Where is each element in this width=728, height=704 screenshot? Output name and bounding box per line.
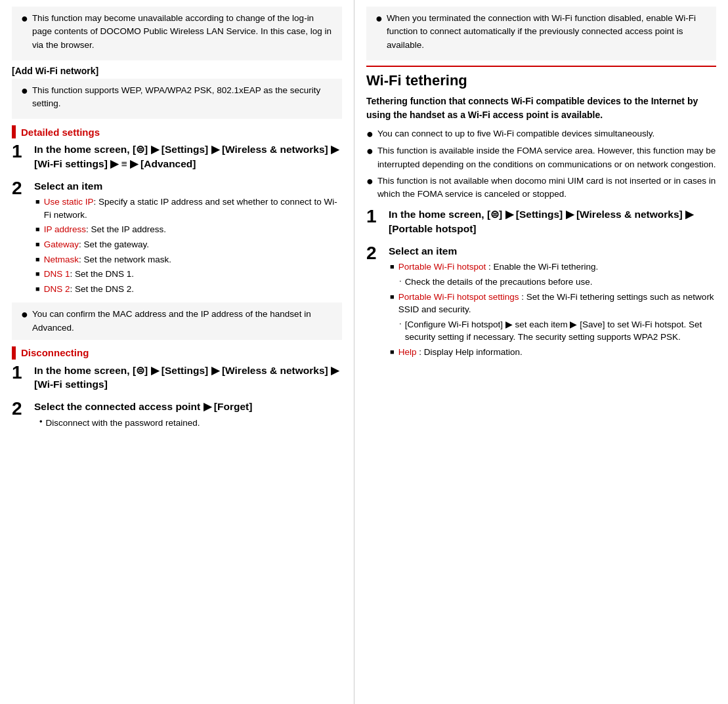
square-icon: ■ — [35, 270, 40, 278]
wifi-bullet-3: ● This function is not available when do… — [366, 175, 716, 201]
tether-sub-label-0: Portable Wi-Fi hotspot — [398, 262, 486, 272]
bullet-icon: ● — [375, 12, 383, 26]
disc-step-2-title: Select the connected access point ▶ [For… — [34, 400, 342, 414]
sub-item-3-text: Netmask: Set the network mask. — [44, 253, 171, 266]
disc-step-2-note: • Disconnect with the password retained. — [39, 417, 342, 430]
wifi-bullet-text-2: This function is available inside the FO… — [377, 144, 716, 171]
square-icon: ■ — [35, 240, 40, 248]
square-icon: ■ — [390, 293, 395, 300]
square-icon: ■ — [390, 262, 395, 270]
bullet-icon: ● — [21, 84, 28, 98]
tether-step-1-content: In the home screen, [⊜] ▶ [Settings] ▶ [… — [389, 207, 716, 238]
tether-sub-1-text: Portable Wi-Fi hotspot settings : Set th… — [398, 291, 716, 316]
right-top-note-section: ● When you terminated the connection wit… — [366, 7, 716, 60]
red-bar-icon — [12, 346, 16, 360]
tether-sub-desc-2: : Display Help information. — [419, 347, 523, 357]
tether-sub-2-text: Help : Display Help information. — [398, 346, 523, 359]
tether-step-2: 2 Select an item ■ Portable Wi-Fi hotspo… — [366, 244, 716, 361]
tether-sub-label-2: Help — [398, 347, 417, 357]
tether-step-1: 1 In the home screen, [⊜] ▶ [Settings] ▶… — [366, 207, 716, 238]
sub-desc-4: : Set the DNS 1. — [70, 269, 134, 279]
top-note-text-1: This function may become unavailable acc… — [32, 12, 333, 52]
sub-item-5-text: DNS 2: Set the DNS 2. — [44, 283, 134, 296]
wifi-bullet-text-1: You can connect to up to five Wi-Fi comp… — [377, 127, 654, 140]
page-container: ● This function may become unavailable a… — [0, 0, 728, 704]
middle-note-text: You can confirm the MAC address and the … — [32, 308, 333, 335]
bullet-icon: ● — [21, 12, 28, 26]
sub-item-4-text: DNS 1: Set the DNS 1. — [44, 268, 134, 281]
sub-label-4: DNS 1 — [44, 269, 70, 279]
step-2-content: Select an item ■ Use static IP: Specify … — [34, 179, 342, 298]
disconnecting-header: Disconnecting — [12, 346, 342, 360]
sub-label-0: Use static IP — [44, 197, 94, 207]
dot-icon: • — [39, 417, 43, 426]
step-1-content: In the home screen, [⊜] ▶ [Settings] ▶ [… — [34, 142, 342, 173]
disc-step-1-title: In the home screen, [⊜] ▶ [Settings] ▶ [… — [34, 363, 342, 392]
sub-item-1: ■ IP address: Set the IP address. — [35, 223, 342, 236]
detailed-settings-title: Detailed settings — [21, 127, 100, 138]
sub-desc-3: : Set the network mask. — [79, 255, 171, 264]
add-wifi-heading: [Add Wi-Fi network] — [12, 66, 342, 76]
detailed-step-1: 1 In the home screen, [⊜] ▶ [Settings] ▶… — [12, 142, 342, 173]
bullet-icon: ● — [366, 144, 374, 159]
sub-item-0: ■ Use static IP: Specify a static IP add… — [35, 196, 342, 221]
tether-step-number-2: 2 — [366, 244, 383, 262]
disc-step-2-content: Select the connected access point ▶ [For… — [34, 400, 342, 431]
sub-item-2: ■ Gateway: Set the gateway. — [35, 238, 342, 251]
step-number-2: 2 — [12, 179, 29, 197]
sub-desc-5: : Set the DNS 2. — [70, 284, 134, 294]
sub-label-5: DNS 2 — [44, 284, 70, 294]
tether-step-2-content: Select an item ■ Portable Wi-Fi hotspot … — [389, 244, 716, 361]
tether-dash-1-0: · [Configure Wi-Fi hotspot] ▶ set each i… — [399, 318, 716, 344]
sub-label-2: Gateway — [44, 239, 79, 249]
sub-item-1-text: IP address: Set the IP address. — [44, 223, 166, 236]
disc-step-1-content: In the home screen, [⊜] ▶ [Settings] ▶ [… — [34, 363, 342, 394]
disconnecting-title: Disconnecting — [21, 347, 89, 358]
sub-desc-2: : Set the gateway. — [79, 239, 149, 249]
sub-item-3: ■ Netmask: Set the network mask. — [35, 253, 342, 266]
right-top-note-text: When you terminated the connection with … — [387, 12, 707, 52]
dash-icon: · — [399, 318, 402, 328]
detailed-step-2: 2 Select an item ■ Use static IP: Specif… — [12, 179, 342, 298]
square-icon: ■ — [35, 255, 40, 263]
step-2-title: Select an item — [34, 179, 342, 194]
wifi-bullet-2: ● This function is available inside the … — [366, 144, 716, 171]
tether-sub-2: ■ Help : Display Help information. — [390, 346, 716, 359]
tether-step-1-title: In the home screen, [⊜] ▶ [Settings] ▶ [… — [389, 207, 716, 236]
add-wifi-notes-section: ● This function supports WEP, WPA/WPA2 P… — [12, 79, 342, 119]
tether-step-number-1: 1 — [366, 207, 383, 226]
disconnecting-step-2: 2 Select the connected access point ▶ [F… — [12, 400, 342, 431]
sub-item-2-text: Gateway: Set the gateway. — [44, 238, 149, 251]
bullet-icon: ● — [21, 308, 28, 322]
top-notes-section: ● This function may become unavailable a… — [12, 7, 342, 60]
sub-item-0-text: Use static IP: Specify a static IP addre… — [44, 196, 342, 221]
dash-icon: · — [399, 276, 402, 285]
tether-sub-0: ■ Portable Wi-Fi hotspot : Enable the Wi… — [390, 260, 716, 274]
wifi-bullet-1: ● You can connect to up to five Wi-Fi co… — [366, 127, 716, 142]
bullet-icon: ● — [366, 175, 374, 189]
bullet-icon: ● — [366, 127, 374, 142]
tether-sub-1: ■ Portable Wi-Fi hotspot settings : Set … — [390, 291, 716, 316]
tether-dash-text-1-0: [Configure Wi-Fi hotspot] ▶ set each ite… — [405, 318, 716, 344]
sub-item-5: ■ DNS 2: Set the DNS 2. — [35, 283, 342, 296]
sub-desc-1: : Set the IP address. — [86, 224, 166, 234]
square-icon: ■ — [35, 285, 40, 293]
red-bar-icon — [12, 125, 16, 138]
square-icon: ■ — [390, 348, 395, 356]
middle-note-item: ● You can confirm the MAC address and th… — [21, 308, 333, 335]
tether-sub-label-1: Portable Wi-Fi hotspot settings — [398, 292, 519, 302]
wifi-tethering-title: Wi-Fi tethering — [366, 72, 716, 89]
tether-dash-text-0-0: Check the details of the precautions bef… — [405, 276, 593, 289]
right-top-note-item: ● When you terminated the connection wit… — [375, 12, 707, 52]
wifi-tethering-header: Wi-Fi tethering — [366, 66, 716, 89]
detailed-settings-header: Detailed settings — [12, 125, 342, 138]
disc-step-number-2: 2 — [12, 400, 29, 418]
square-icon: ■ — [35, 225, 40, 233]
sub-label-1: IP address — [44, 224, 86, 234]
step-1-title: In the home screen, [⊜] ▶ [Settings] ▶ [… — [34, 142, 342, 171]
middle-note-section: ● You can confirm the MAC address and th… — [12, 302, 342, 340]
tether-sub-desc-0: : Enable the Wi-Fi tethering. — [488, 262, 598, 272]
sub-item-4: ■ DNS 1: Set the DNS 1. — [35, 268, 342, 281]
tether-sub-0-text: Portable Wi-Fi hotspot : Enable the Wi-F… — [398, 260, 599, 274]
tether-dash-0-0: · Check the details of the precautions b… — [399, 276, 716, 289]
